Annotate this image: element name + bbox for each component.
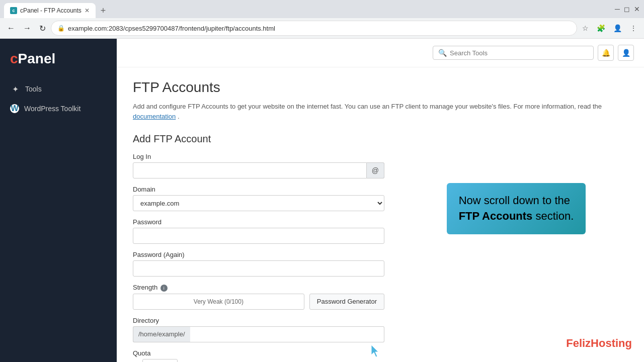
main-content: 🔍 🔔 👤 FTP Accounts Add and configure FTP… — [117, 39, 644, 362]
password-input[interactable] — [133, 228, 384, 244]
sidebar-item-tools-label: Tools — [25, 85, 42, 93]
password-label: Password — [133, 218, 384, 226]
description-end: . — [178, 113, 180, 120]
domain-label: Domain — [133, 186, 384, 193]
quota-label: Quota — [133, 349, 384, 357]
directory-prefix: /home/example/ — [133, 326, 190, 342]
overlay-line3: section. — [535, 210, 574, 222]
domain-select[interactable]: example.com — [133, 195, 384, 211]
login-group: Log In @ — [133, 153, 384, 178]
search-box[interactable]: 🔍 — [433, 46, 594, 60]
restore-button[interactable]: ◻ — [624, 5, 630, 13]
password-generator-button[interactable]: Password Generator — [309, 294, 384, 310]
wordpress-icon: W — [10, 104, 19, 113]
quota-options: MB Unlimited — [133, 359, 384, 362]
sidebar-item-tools[interactable]: ✦ Tools — [0, 79, 117, 99]
ssl-icon: 🔒 — [57, 25, 65, 32]
browser-chrome: c cPanel - FTP Accounts ✕ + ─ ◻ ✕ ← → ↻ … — [0, 0, 644, 39]
directory-group: Directory /home/example/ — [133, 317, 384, 342]
add-ftp-form: Log In @ Domain example.com — [133, 153, 628, 362]
at-sign-addon: @ — [367, 162, 384, 178]
address-text: example.com:2083/cpses5299700487/fronten… — [68, 25, 275, 32]
content-area: FTP Accounts Add and configure FTP Accou… — [117, 67, 644, 362]
new-tab-button[interactable]: + — [98, 6, 109, 16]
tab-title: cPanel - FTP Accounts — [20, 7, 82, 14]
page-title: FTP Accounts — [133, 79, 628, 96]
strength-row: Very Weak (0/100) Password Generator — [133, 294, 384, 310]
strength-group: Strength i Very Weak (0/100) Password Ge… — [133, 284, 384, 310]
active-tab[interactable]: c cPanel - FTP Accounts ✕ — [4, 3, 96, 18]
logo-text: cPanel — [10, 51, 55, 66]
directory-label: Directory — [133, 317, 384, 324]
nav-bar: ← → ↻ 🔒 example.com:2083/cpses5299700487… — [0, 18, 644, 38]
tools-icon: ✦ — [10, 84, 20, 94]
directory-input-wrapper: /home/example/ — [133, 326, 384, 342]
notifications-button[interactable]: 🔔 — [598, 45, 614, 61]
close-browser-button[interactable]: ✕ — [634, 5, 640, 13]
form-right: Now scroll down to the FTP Accounts sect… — [405, 153, 628, 362]
section-title: Add FTP Account — [133, 133, 628, 145]
watermark-text1: Feliz — [566, 337, 591, 349]
watermark-highlight: H — [591, 337, 599, 349]
login-input-wrapper: @ — [133, 162, 384, 178]
tab-favicon: c — [10, 7, 17, 14]
sidebar-item-wordpress-label: WordPress Toolkit — [24, 105, 80, 113]
strength-bar-wrapper: Very Weak (0/100) — [133, 294, 304, 310]
quota-mb-row: MB — [133, 359, 384, 362]
sidebar-item-wordpress[interactable]: W WordPress Toolkit — [0, 99, 117, 118]
back-button[interactable]: ← — [4, 22, 18, 35]
app-layout: cPanel ✦ Tools W WordPress Toolkit 🔍 🔔 👤… — [0, 39, 644, 362]
bookmark-button[interactable]: ☆ — [579, 22, 592, 34]
watermark-text3: osting — [599, 337, 632, 349]
feliz-hosting-watermark: FelizHosting — [566, 337, 632, 350]
search-input[interactable] — [450, 49, 588, 57]
user-button[interactable]: 👤 — [618, 45, 634, 61]
login-label: Log In — [133, 153, 384, 160]
documentation-link[interactable]: documentation — [133, 113, 176, 120]
menu-button[interactable]: ⋮ — [627, 22, 640, 34]
strength-value: Very Weak (0/100) — [138, 298, 299, 305]
minimize-button[interactable]: ─ — [615, 5, 620, 13]
password-again-input[interactable] — [133, 260, 384, 277]
profile-button[interactable]: 👤 — [610, 22, 625, 34]
forward-button[interactable]: → — [20, 22, 34, 35]
password-again-label: Password (Again) — [133, 251, 384, 258]
strength-info-icon[interactable]: i — [160, 285, 168, 292]
logo-c: c — [10, 51, 18, 66]
overlay-line2: FTP Accounts — [459, 210, 533, 222]
address-bar[interactable]: 🔒 example.com:2083/cpses5299700487/front… — [51, 21, 577, 36]
overlay-line1: Now scroll down to the — [459, 194, 570, 207]
search-icon: 🔍 — [438, 49, 447, 57]
strength-bar: Very Weak (0/100) — [133, 294, 304, 310]
extensions-button[interactable]: 🧩 — [594, 22, 608, 34]
password-again-group: Password (Again) — [133, 251, 384, 277]
form-left: Log In @ Domain example.com — [133, 153, 384, 362]
overlay-tooltip: Now scroll down to the FTP Accounts sect… — [447, 183, 586, 234]
refresh-button[interactable]: ↻ — [36, 22, 49, 35]
sidebar: cPanel ✦ Tools W WordPress Toolkit — [0, 39, 117, 362]
description-text: Add and configure FTP Accounts to get yo… — [133, 103, 602, 110]
quota-value-input[interactable] — [142, 359, 178, 362]
sidebar-logo: cPanel — [0, 47, 117, 79]
browser-actions: ☆ 🧩 👤 ⋮ — [579, 22, 640, 34]
tab-close-button[interactable]: ✕ — [85, 7, 90, 14]
quota-group: Quota MB Unlimited — [133, 349, 384, 362]
topbar: 🔍 🔔 👤 — [117, 39, 644, 67]
login-input[interactable] — [133, 162, 367, 178]
tab-bar-actions: ─ ◻ ✕ — [615, 5, 640, 16]
tab-bar: c cPanel - FTP Accounts ✕ + ─ ◻ ✕ — [0, 0, 644, 18]
description: Add and configure FTP Accounts to get yo… — [133, 102, 628, 121]
strength-label: Strength i — [133, 284, 384, 292]
password-group: Password — [133, 218, 384, 244]
directory-input[interactable] — [190, 326, 385, 342]
domain-group: Domain example.com — [133, 186, 384, 211]
